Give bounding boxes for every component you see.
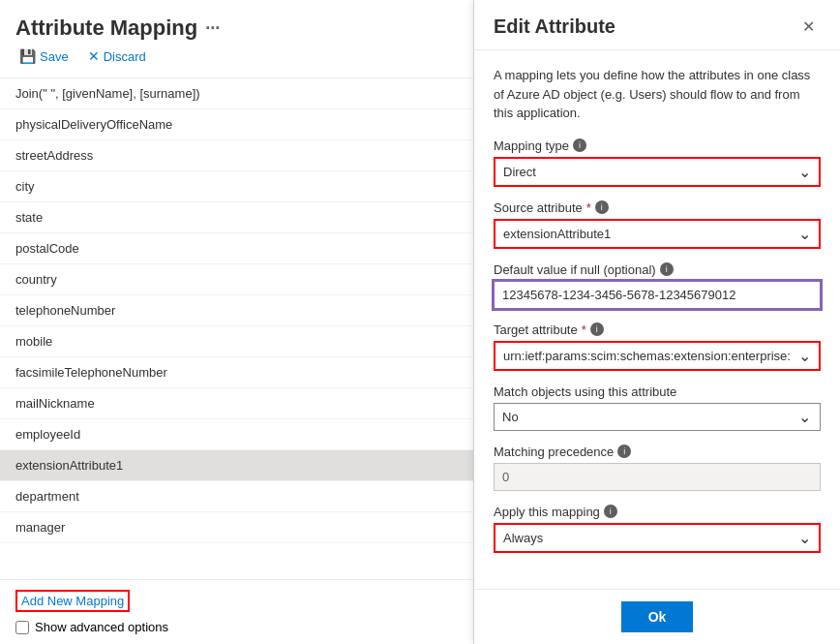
list-item[interactable]: city [0,171,473,202]
toolbar: 💾 Save ✕ Discard [15,41,458,70]
list-item[interactable]: physicalDeliveryOfficeName [0,109,473,140]
target-attr-label: Target attribute * i [494,322,821,337]
matching-precedence-value: 0 [494,463,821,491]
list-item[interactable]: telephoneNumber [0,295,473,326]
right-content: A mapping lets you define how the attrib… [474,50,840,589]
list-item[interactable]: manager [0,512,473,543]
right-footer: Ok [474,589,840,644]
default-value-label: Default value if null (optional) i [494,262,821,277]
show-advanced-options: Show advanced options [15,620,458,634]
show-advanced-label: Show advanced options [35,620,168,634]
default-value-info-icon[interactable]: i [660,262,674,276]
save-icon: 💾 [19,48,36,64]
match-objects-select[interactable]: No [494,403,821,431]
description-text: A mapping lets you define how the attrib… [494,66,821,123]
mapping-type-group: Mapping type i Direct [494,138,821,187]
target-attr-required: * [582,322,586,337]
left-panel: Attribute Mapping ··· 💾 Save ✕ Discard J… [0,0,474,644]
mapping-type-info-icon[interactable]: i [573,138,586,152]
right-panel: Edit Attribute ✕ A mapping lets you defi… [474,0,840,644]
match-objects-group: Match objects using this attribute No [494,384,821,431]
target-attribute-group: Target attribute * i urn:ietf:params:sci… [494,322,821,371]
matching-precedence-label: Matching precedence i [494,445,821,459]
matching-precedence-group: Matching precedence i 0 [494,445,821,491]
list-item[interactable]: streetAddress [0,140,473,171]
apply-mapping-info-icon[interactable]: i [604,505,617,518]
apply-mapping-select[interactable]: Always [494,523,821,553]
source-attr-required: * [586,200,591,215]
list-item[interactable]: state [0,202,473,233]
match-objects-label: Match objects using this attribute [494,384,821,399]
add-new-mapping-button[interactable]: Add New Mapping [15,590,130,612]
list-item[interactable]: Join(" ", [givenName], [surname]) [0,78,473,109]
source-attribute-select[interactable]: extensionAttribute1 [494,219,821,249]
target-attribute-select[interactable]: urn:ietf:params:scim:schemas:extension:e… [494,341,821,371]
apply-mapping-group: Apply this mapping i Always [494,505,821,553]
list-item[interactable]: mailNickname [0,388,473,419]
show-advanced-checkbox[interactable] [15,621,29,634]
apply-mapping-select-wrapper: Always [494,523,821,553]
matching-precedence-info-icon[interactable]: i [617,445,631,458]
list-item[interactable]: extensionAttribute1 [0,450,473,481]
left-header: Attribute Mapping ··· 💾 Save ✕ Discard [0,0,473,78]
right-header: Edit Attribute ✕ [474,0,840,50]
mapping-type-label: Mapping type i [494,138,821,153]
mapping-list: Join(" ", [givenName], [surname])physica… [0,78,473,579]
default-value-input[interactable] [494,281,821,309]
apply-mapping-label: Apply this mapping i [494,505,821,519]
target-attr-info-icon[interactable]: i [590,322,604,336]
default-value-group: Default value if null (optional) i [494,262,821,309]
source-attr-info-icon[interactable]: i [595,200,609,214]
ok-button[interactable]: Ok [621,601,694,632]
match-objects-select-wrapper: No [494,403,821,431]
edit-attribute-title: Edit Attribute [494,15,615,38]
page-title: Attribute Mapping ··· [15,15,458,41]
target-attr-select-wrapper: urn:ietf:params:scim:schemas:extension:e… [494,341,821,371]
list-item[interactable]: mobile [0,326,473,357]
list-item[interactable]: country [0,264,473,295]
source-attribute-group: Source attribute * i extensionAttribute1 [494,200,821,249]
list-item[interactable]: facsimileTelephoneNumber [0,357,473,388]
source-attr-label: Source attribute * i [494,200,821,215]
title-text: Attribute Mapping [15,15,197,41]
save-button[interactable]: 💾 Save [15,46,73,66]
mapping-type-select[interactable]: Direct [494,157,821,187]
left-footer: Add New Mapping Show advanced options [0,579,473,644]
mapping-type-select-wrapper: Direct [494,157,821,187]
source-attr-select-wrapper: extensionAttribute1 [494,219,821,249]
discard-icon: ✕ [88,48,100,64]
list-item[interactable]: postalCode [0,233,473,264]
discard-button[interactable]: ✕ Discard [84,46,150,66]
close-button[interactable]: ✕ [796,15,821,38]
list-item[interactable]: employeeId [0,419,473,450]
list-item[interactable]: department [0,481,473,512]
ellipsis-menu-icon[interactable]: ··· [205,18,220,39]
